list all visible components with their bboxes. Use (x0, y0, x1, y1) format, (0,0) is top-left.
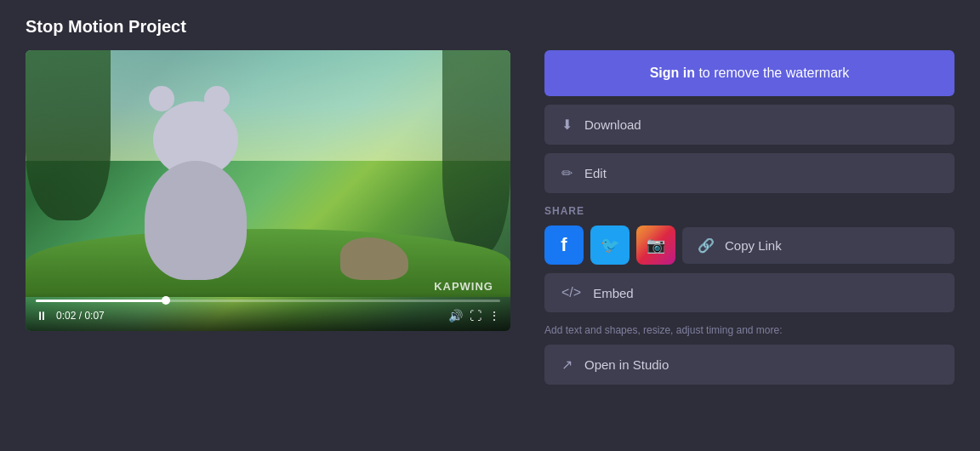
edit-button[interactable]: ✏ Edit (544, 153, 954, 193)
edit-icon: ✏ (561, 165, 573, 181)
sign-in-button[interactable]: Sign in to remove the watermark (544, 50, 954, 96)
twitter-button[interactable]: 🐦 (590, 226, 630, 265)
fullscreen-icon[interactable]: ⛶ (470, 309, 481, 323)
video-controls: ⏸ 0:02 / 0:07 🔊 ⛶ ⋮ (26, 293, 510, 331)
embed-button[interactable]: </> Embed (544, 273, 954, 312)
controls-row: ⏸ 0:02 / 0:07 🔊 ⛶ ⋮ (36, 309, 500, 323)
video-thumbnail: KAPWING (26, 50, 510, 331)
download-label: Download (584, 117, 641, 132)
studio-note: Add text and shapes, resize, adjust timi… (544, 324, 954, 336)
volume-icon[interactable]: 🔊 (448, 309, 463, 323)
copy-link-label: Copy Link (725, 238, 782, 253)
main-content: KAPWING ⏸ 0:02 / 0:07 🔊 ⛶ ⋮ (26, 50, 954, 385)
external-link-icon: ↗ (561, 357, 573, 373)
share-label: SHARE (544, 205, 954, 217)
edit-label: Edit (584, 166, 607, 180)
instagram-button[interactable]: 📷 (636, 226, 675, 265)
sign-in-bold: Sign in (650, 66, 695, 80)
pause-button[interactable]: ⏸ (36, 309, 48, 323)
embed-icon: </> (561, 285, 581, 300)
tree-right (442, 50, 510, 254)
download-icon: ⬇ (561, 117, 573, 133)
progress-dot (162, 296, 170, 305)
embed-label: Embed (593, 286, 634, 300)
progress-bar[interactable] (36, 300, 500, 302)
copy-link-button[interactable]: 🔗 Copy Link (682, 227, 954, 264)
facebook-icon: f (561, 234, 567, 256)
tree-left (26, 50, 111, 220)
video-player[interactable]: KAPWING ⏸ 0:02 / 0:07 🔊 ⛶ ⋮ (26, 50, 510, 331)
facebook-button[interactable]: f (544, 226, 584, 265)
open-studio-label: Open in Studio (584, 357, 669, 372)
progress-fill (36, 300, 166, 302)
twitter-icon: 🐦 (601, 236, 619, 254)
link-icon: 🔗 (698, 237, 715, 254)
open-studio-button[interactable]: ↗ Open in Studio (544, 345, 954, 385)
share-section: SHARE f 🐦 📷 🔗 Copy Link </> Em (544, 205, 954, 312)
bear-torso (145, 161, 247, 280)
controls-right: 🔊 ⛶ ⋮ (448, 309, 500, 323)
time-display: 0:02 / 0:07 (56, 310, 105, 322)
share-social-row: f 🐦 📷 🔗 Copy Link (544, 226, 954, 265)
right-panel: Sign in to remove the watermark ⬇ Downlo… (544, 50, 954, 385)
page-title: Stop Motion Project (26, 17, 954, 37)
bear-character (128, 110, 264, 280)
sign-in-label: to remove the watermark (698, 66, 849, 80)
more-icon[interactable]: ⋮ (488, 309, 500, 323)
watermark: KAPWING (434, 280, 493, 293)
download-button[interactable]: ⬇ Download (544, 105, 954, 145)
instagram-icon: 📷 (647, 236, 665, 254)
